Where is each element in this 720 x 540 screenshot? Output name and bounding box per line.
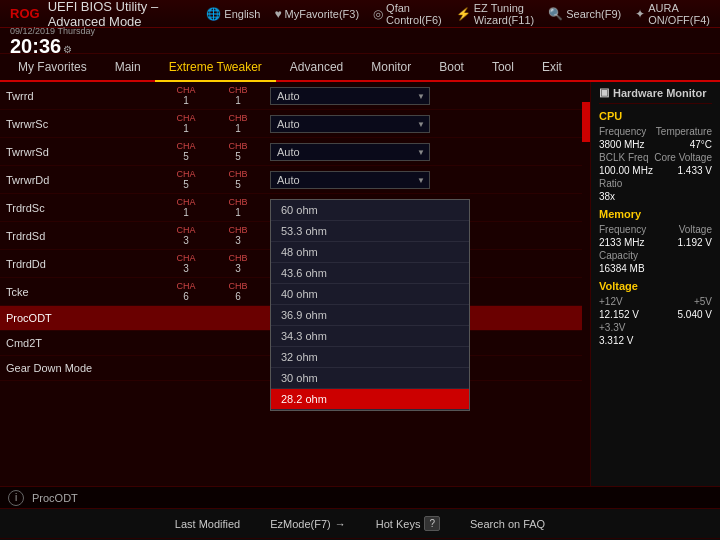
- volt-33-label-row: +3.3V: [599, 322, 712, 333]
- cpu-section-title: CPU: [599, 110, 712, 122]
- dropdown-option-32ohm[interactable]: 32 ohm: [271, 347, 469, 368]
- mem-freq-value: 2133 MHz: [599, 237, 645, 248]
- my-favorites-label: MyFavorite(F3): [285, 8, 360, 20]
- dropdown-popup: 60 ohm 53.3 ohm 48 ohm 43.6 ohm 40 ohm 3…: [270, 199, 470, 411]
- datetime-block: 09/12/2019 Thursday 20:36 ⚙: [10, 26, 95, 56]
- cpu-frequency-label: Frequency: [599, 126, 646, 137]
- voltage-section-title: Voltage: [599, 280, 712, 292]
- mem-values: 2133 MHz 1.192 V: [599, 237, 712, 248]
- language-label: English: [224, 8, 260, 20]
- hot-keys-key[interactable]: ?: [424, 516, 440, 531]
- cpu-corevolt-value: 1.433 V: [678, 165, 712, 176]
- volt-5-label: +5V: [694, 296, 712, 307]
- mem-capacity-row: 16384 MB: [599, 263, 712, 274]
- hardware-monitor-panel: ▣ Hardware Monitor CPU Frequency Tempera…: [590, 82, 720, 486]
- fan-icon: ◎: [373, 7, 383, 21]
- scroll-thumb[interactable]: [582, 102, 590, 142]
- nav-exit[interactable]: Exit: [528, 54, 576, 82]
- ez-mode-label: EzMode(F7): [270, 518, 331, 530]
- my-favorites-action[interactable]: ♥ MyFavorite(F3): [274, 7, 359, 21]
- dropdown-option-282ohm[interactable]: 28.2 ohm: [271, 389, 469, 410]
- dropdown-option-40ohm[interactable]: 40 ohm: [271, 284, 469, 305]
- mem-capacity-value: 16384 MB: [599, 263, 645, 274]
- cha-chb-twrrd: CHA 1: [166, 85, 206, 106]
- nav-boot[interactable]: Boot: [425, 54, 478, 82]
- dropdown-option-30ohm[interactable]: 30 ohm: [271, 368, 469, 389]
- hw-monitor-title: ▣ Hardware Monitor: [599, 86, 712, 104]
- setting-name-twrrd: Twrrd: [0, 82, 160, 110]
- volt-12-values: 12.152 V 5.040 V: [599, 309, 712, 320]
- setting-name-twrwrsd: TwrwrSd: [0, 138, 160, 166]
- mem-capacity-label-row: Capacity: [599, 250, 712, 261]
- search-action[interactable]: 🔍 Search(F9): [548, 7, 621, 21]
- cpu-frequency-row: Frequency Temperature: [599, 126, 712, 137]
- last-modified-label: Last Modified: [175, 518, 240, 530]
- aura-action[interactable]: ✦ AURA ON/OFF(F4): [635, 2, 710, 26]
- setting-name-twrwrdd: TwrwrDd: [0, 166, 160, 194]
- title-actions: 🌐 English ♥ MyFavorite(F3) ◎ Qfan Contro…: [206, 2, 710, 26]
- monitor-icon: ▣: [599, 86, 609, 99]
- setting-name-geardown: Gear Down Mode: [0, 356, 160, 381]
- volt-12-label: +12V: [599, 296, 623, 307]
- language-selector[interactable]: 🌐 English: [206, 7, 260, 21]
- cpu-temperature-value: 47°C: [690, 139, 712, 150]
- cpu-ratio-row: Ratio: [599, 178, 712, 189]
- aura-label: AURA ON/OFF(F4): [648, 2, 710, 26]
- table-row: TrdrdSc CHA 1 CHB 1: [0, 194, 582, 222]
- setting-name-tcke: Tcke: [0, 278, 160, 306]
- mem-volt-value: 1.192 V: [678, 237, 712, 248]
- nav-tool[interactable]: Tool: [478, 54, 528, 82]
- mem-capacity-label: Capacity: [599, 250, 638, 261]
- cpu-ratio-label: Ratio: [599, 178, 622, 189]
- ez-mode-item[interactable]: EzMode(F7) →: [270, 518, 346, 530]
- search-faq-label: Search on FAQ: [470, 518, 545, 530]
- dropdown-option-48ohm[interactable]: 48 ohm: [271, 242, 469, 263]
- nav-monitor[interactable]: Monitor: [357, 54, 425, 82]
- scrollbar[interactable]: [582, 82, 590, 486]
- cpu-bclk-value: 100.00 MHz: [599, 165, 653, 176]
- ez-tuning-action[interactable]: ⚡ EZ Tuning Wizard(F11): [456, 2, 535, 26]
- left-panel: Twrrd CHA 1 CHB 1: [0, 82, 590, 486]
- qfan-control-action[interactable]: ◎ Qfan Control(F6): [373, 2, 442, 26]
- navigation-bar: My Favorites Main Extreme Tweaker Advanc…: [0, 54, 720, 82]
- volt-33-value-row: 3.312 V: [599, 335, 712, 346]
- rog-logo: ROG: [10, 6, 40, 21]
- nav-my-favorites[interactable]: My Favorites: [4, 54, 101, 82]
- dropdown-twrwrsc[interactable]: Auto: [270, 115, 430, 133]
- globe-icon: 🌐: [206, 7, 221, 21]
- main-content: Twrrd CHA 1 CHB 1: [0, 82, 720, 486]
- dropdown-container-trdrdsc: Auto 60 ohm 53.3 ohm 48 ohm 43.6 ohm 40 …: [270, 199, 576, 217]
- volt-33-value: 3.312 V: [599, 335, 633, 346]
- info-icon: i: [8, 490, 24, 506]
- search-label: Search(F9): [566, 8, 621, 20]
- dropdown-option-60ohm[interactable]: 60 ohm: [271, 200, 469, 221]
- nav-extreme-tweaker[interactable]: Extreme Tweaker: [155, 54, 276, 82]
- nav-main[interactable]: Main: [101, 54, 155, 82]
- cpu-temperature-label: Temperature: [656, 126, 712, 137]
- table-row: TwrwrSc CHA 1 CHB 1: [0, 110, 582, 138]
- table-row: Twrrd CHA 1 CHB 1: [0, 82, 582, 110]
- cpu-ratio-value: 38x: [599, 191, 615, 202]
- search-faq-item[interactable]: Search on FAQ: [470, 518, 545, 530]
- dropdown-option-343ohm[interactable]: 34.3 ohm: [271, 326, 469, 347]
- cpu-ratio-value-row: 38x: [599, 191, 712, 202]
- dropdown-option-369ohm[interactable]: 36.9 ohm: [271, 305, 469, 326]
- volt-33-label: +3.3V: [599, 322, 625, 333]
- dropdown-option-533ohm[interactable]: 53.3 ohm: [271, 221, 469, 242]
- cpu-bclk-row: BCLK Freq Core Voltage: [599, 152, 712, 163]
- dropdown-option-436ohm[interactable]: 43.6 ohm: [271, 263, 469, 284]
- time-display: 20:36: [10, 36, 61, 56]
- mem-labels: Frequency Voltage: [599, 224, 712, 235]
- dropdown-twrwrdd[interactable]: Auto: [270, 171, 430, 189]
- chb-twrrd: CHB 1: [218, 85, 258, 106]
- settings-gear-icon[interactable]: ⚙: [63, 44, 72, 55]
- aura-icon: ✦: [635, 7, 645, 21]
- nav-advanced[interactable]: Advanced: [276, 54, 357, 82]
- cpu-frequency-values: 3800 MHz 47°C: [599, 139, 712, 150]
- settings-list: Twrrd CHA 1 CHB 1: [0, 82, 582, 486]
- bottom-info-bar: i ProcODT: [0, 486, 720, 508]
- title-bar: ROG UEFI BIOS Utility – Advanced Mode 🌐 …: [0, 0, 720, 28]
- dropdown-twrrd[interactable]: Auto: [270, 87, 430, 105]
- dropdown-twrwrsd[interactable]: Auto: [270, 143, 430, 161]
- setting-name-trdrdsc: TrdrdSc: [0, 194, 160, 222]
